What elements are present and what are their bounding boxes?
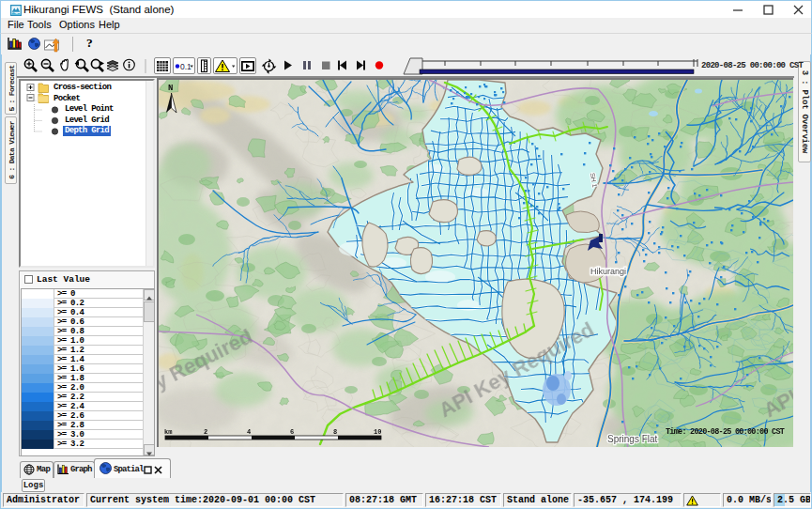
svg-text:10: 10	[374, 428, 381, 436]
svg-text:4: 4	[247, 428, 251, 436]
svg-text:0.1: 0.1	[180, 62, 192, 71]
svg-text:Hikurangi: Hikurangi	[590, 267, 626, 276]
svg-text:km: km	[164, 428, 172, 436]
svg-text:N: N	[168, 84, 173, 93]
svg-text:Springs Flat: Springs Flat	[607, 434, 658, 444]
svg-text:6: 6	[290, 428, 294, 436]
svg-text:Time: 2020-08-25 00:00:00 CST: Time: 2020-08-25 00:00:00 CST	[666, 427, 785, 437]
svg-text:8: 8	[333, 428, 337, 436]
svg-text:2: 2	[204, 428, 207, 436]
